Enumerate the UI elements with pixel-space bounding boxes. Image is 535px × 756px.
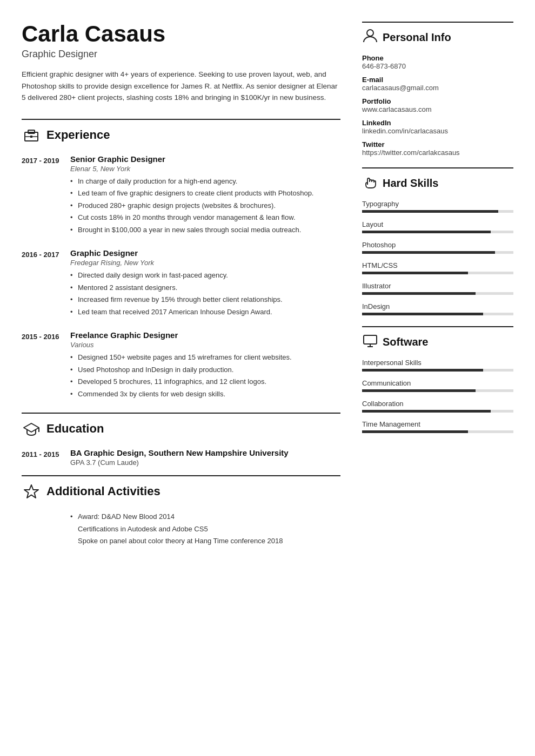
skill-name: HTML/CSS bbox=[362, 261, 513, 269]
skill-bar-fill bbox=[362, 389, 476, 392]
exp-job-title: Graphic Designer bbox=[70, 248, 340, 258]
exp-content: Graphic DesignerFredegar Rising, New Yor… bbox=[70, 248, 340, 319]
hand-icon bbox=[362, 174, 378, 192]
skill-bar-bg bbox=[362, 369, 513, 372]
exp-company: Elenar 5, New York bbox=[70, 165, 340, 173]
hard-skills-title: Hard Skills bbox=[383, 177, 438, 190]
skill-bar-bg bbox=[362, 292, 513, 295]
hard-skill-item: Photoshop bbox=[362, 241, 513, 254]
skill-bar-bg bbox=[362, 272, 513, 274]
hard-skill-item: InDesign bbox=[362, 302, 513, 315]
skill-bar-fill bbox=[362, 292, 476, 295]
exp-company: Fredegar Rising, New York bbox=[70, 259, 340, 267]
edu-dates: 2011 - 2015 bbox=[22, 448, 59, 467]
hard-skills-header: Hard Skills bbox=[362, 167, 513, 192]
skill-name: Typography bbox=[362, 200, 513, 208]
software-title: Software bbox=[383, 336, 428, 348]
skill-bar-fill bbox=[362, 210, 498, 213]
personal-info-title: Personal Info bbox=[383, 31, 451, 44]
svg-marker-4 bbox=[24, 423, 39, 432]
edu-content: BA Graphic Design, Southern New Hampshir… bbox=[70, 448, 289, 467]
skill-bar-fill bbox=[362, 313, 483, 315]
skill-name: Interpersonal Skills bbox=[362, 359, 513, 367]
hard-skill-item: Typography bbox=[362, 200, 513, 213]
skill-bar-bg bbox=[362, 251, 513, 254]
exp-bullet: Mentored 2 assistant designers. bbox=[70, 282, 340, 293]
exp-bullet: Commended 3x by clients for web design s… bbox=[70, 389, 340, 400]
exp-dates: 2017 - 2019 bbox=[22, 154, 59, 237]
hard-skills-section: Hard Skills TypographyLayoutPhotoshopHTM… bbox=[362, 167, 513, 315]
soft-skill-item: Time Management bbox=[362, 420, 513, 433]
education-entries: 2011 - 2015BA Graphic Design, Southern N… bbox=[22, 448, 340, 467]
exp-bullet: Developed 5 brochures, 11 infographics, … bbox=[70, 376, 340, 387]
software-header: Software bbox=[362, 326, 513, 351]
soft-skills-content: Interpersonal SkillsCommunicationCollabo… bbox=[362, 359, 513, 433]
experience-section-header: Experience bbox=[22, 119, 340, 145]
skill-name: Time Management bbox=[362, 420, 513, 428]
experience-entry: 2015 - 2016Freelance Graphic DesignerVar… bbox=[22, 330, 340, 401]
candidate-name: Carla Casaus bbox=[22, 22, 340, 46]
briefcase-icon bbox=[22, 125, 41, 145]
exp-bullet: Produced 280+ graphic design projects (w… bbox=[70, 200, 340, 211]
experience-entry: 2016 - 2017Graphic DesignerFredegar Risi… bbox=[22, 248, 340, 319]
skill-bar-fill bbox=[362, 410, 491, 413]
experience-title: Experience bbox=[46, 128, 110, 142]
exp-bullet: In charge of daily production for a high… bbox=[70, 176, 340, 187]
skill-name: InDesign bbox=[362, 302, 513, 310]
contact-label: Twitter bbox=[362, 140, 513, 148]
exp-bullet: Directed daily design work in fast-paced… bbox=[70, 270, 340, 281]
activities-list: Award: D&AD New Blood 2014 bbox=[70, 511, 340, 523]
hard-skill-item: Layout bbox=[362, 220, 513, 233]
soft-skill-item: Communication bbox=[362, 379, 513, 392]
svg-point-7 bbox=[367, 30, 373, 36]
hard-skill-item: HTML/CSS bbox=[362, 261, 513, 274]
contact-item: E-mailcarlacasaus@gmail.com bbox=[362, 76, 513, 92]
exp-bullet: Brought in $100,000 a year in new sales … bbox=[70, 225, 340, 235]
exp-dates: 2015 - 2016 bbox=[22, 330, 59, 401]
contact-value: linkedin.com/in/carlacasaus bbox=[362, 127, 513, 135]
contact-item: Twitterhttps://twitter.com/carlakcasaus bbox=[362, 140, 513, 157]
right-column: Personal Info Phone646-873-6870E-mailcar… bbox=[362, 22, 513, 547]
skill-bar-bg bbox=[362, 231, 513, 233]
candidate-summary: Efficient graphic designer with 4+ years… bbox=[22, 69, 340, 104]
personal-info-content: Phone646-873-6870E-mailcarlacasaus@gmail… bbox=[362, 54, 513, 157]
skill-bar-fill bbox=[362, 251, 495, 254]
personal-info-header: Personal Info bbox=[362, 22, 513, 46]
contact-value: www.carlacasaus.com bbox=[362, 105, 513, 113]
exp-dates: 2016 - 2017 bbox=[22, 248, 59, 319]
star-icon bbox=[22, 482, 41, 501]
monitor-icon bbox=[362, 333, 378, 351]
activities-content: Award: D&AD New Blood 2014Certifications… bbox=[22, 511, 340, 546]
skill-bar-fill bbox=[362, 272, 468, 274]
experience-entries: 2017 - 2019Senior Graphic DesignerElenar… bbox=[22, 154, 340, 401]
exp-bullets: Directed daily design work in fast-paced… bbox=[70, 270, 340, 317]
left-column: Carla Casaus Graphic Designer Efficient … bbox=[22, 22, 362, 547]
personal-info-section: Personal Info Phone646-873-6870E-mailcar… bbox=[362, 22, 513, 157]
contact-item: Portfoliowww.carlacasaus.com bbox=[362, 97, 513, 113]
contact-value: 646-873-6870 bbox=[362, 62, 513, 70]
exp-job-title: Senior Graphic Designer bbox=[70, 154, 340, 164]
candidate-title: Graphic Designer bbox=[22, 49, 340, 60]
activities-title: Additional Activities bbox=[46, 484, 160, 498]
contact-value: https://twitter.com/carlakcasaus bbox=[362, 148, 513, 157]
software-section: Software Interpersonal SkillsCommunicati… bbox=[362, 326, 513, 433]
skill-bar-bg bbox=[362, 210, 513, 213]
skill-bar-bg bbox=[362, 410, 513, 413]
exp-bullet: Used Photoshop and InDesign in daily pro… bbox=[70, 364, 340, 375]
contact-label: Portfolio bbox=[362, 97, 513, 105]
exp-bullet: Increased firm revenue by 15% through be… bbox=[70, 294, 340, 305]
soft-skill-item: Interpersonal Skills bbox=[362, 359, 513, 372]
skill-name: Photoshop bbox=[362, 241, 513, 249]
svg-marker-6 bbox=[24, 485, 38, 498]
skill-bar-bg bbox=[362, 313, 513, 315]
contact-label: Phone bbox=[362, 54, 513, 62]
education-entry: 2011 - 2015BA Graphic Design, Southern N… bbox=[22, 448, 340, 467]
edu-gpa: GPA 3.7 (Cum Laude) bbox=[70, 458, 289, 467]
skill-bar-bg bbox=[362, 430, 513, 433]
hard-skills-content: TypographyLayoutPhotoshopHTML/CSSIllustr… bbox=[362, 200, 513, 315]
skill-name: Layout bbox=[362, 220, 513, 228]
activities-wrapper: Award: D&AD New Blood 2014Certifications… bbox=[22, 511, 340, 546]
soft-skill-item: Collaboration bbox=[362, 400, 513, 413]
skill-bar-fill bbox=[362, 231, 491, 233]
activity-line: Certifications in Autodesk and Adobe CS5 bbox=[70, 523, 340, 535]
